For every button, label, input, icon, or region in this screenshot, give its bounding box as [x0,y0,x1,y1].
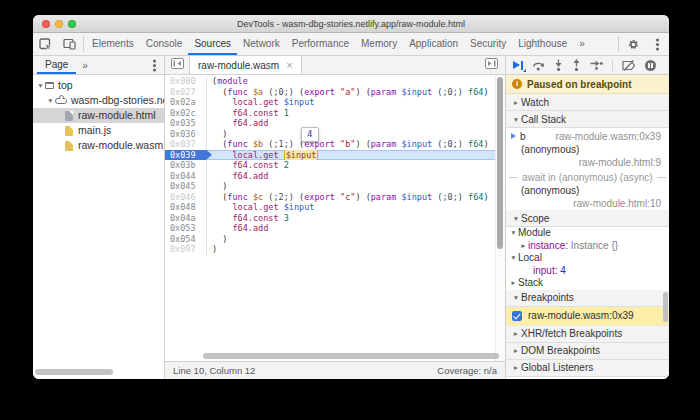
minimize-window-button[interactable] [55,20,63,28]
expand-arrow-icon[interactable]: ▸ [509,277,518,290]
code-text[interactable]: local.get $input [207,97,505,108]
code-text[interactable]: (func $b (;1;) (export "b") (param $inpu… [207,139,505,150]
tab-elements[interactable]: Elements [86,33,140,55]
expand-arrow-icon[interactable]: ▸ [519,240,528,253]
tab-performance[interactable]: Performance [286,33,355,55]
more-tabs-chevron[interactable]: » [573,33,591,55]
section-watch[interactable]: ▸Watch [506,94,669,111]
gutter-address[interactable]: 0x039 [165,150,207,161]
expand-arrow-icon[interactable]: ▾ [509,227,518,240]
toggle-navigator-icon[interactable] [169,56,185,70]
editor-horizontal-scrollbar[interactable] [203,353,499,359]
tab-console[interactable]: Console [140,33,189,55]
editor-vertical-scrollbar[interactable] [495,75,505,361]
stack-frame[interactable]: braw-module.wasm:0x39 [506,128,669,144]
expand-arrow-icon[interactable]: ▾ [509,252,518,265]
window-titlebar[interactable]: DevTools - wasm-dbg-stories.netlify.app/… [33,15,669,33]
code-text[interactable]: (func $c (;2;) (export "c") (param $inpu… [207,192,505,203]
section-scope[interactable]: ▾Scope [506,210,669,227]
code-text[interactable]: ) [207,234,505,245]
frame-location-link[interactable]: raw-module.wasm:0x39 [555,131,661,142]
gutter-address[interactable]: 0x045 [165,181,207,192]
step-out-icon[interactable] [572,59,581,71]
toggle-debugger-sidebar-icon[interactable] [483,56,499,70]
gutter-address[interactable]: 0x048 [165,202,207,213]
navigator-horizontal-scrollbar[interactable] [35,369,113,375]
code-text[interactable]: ) [207,181,505,192]
section-call-stack[interactable]: ▾Call Stack [506,111,669,128]
code-text[interactable]: ) [207,244,505,255]
section-dom-breakpoints[interactable]: ▸DOM Breakpoints [506,343,669,360]
section-xhr-fetch-breakpoints[interactable]: ▸XHR/fetch Breakpoints [506,326,669,343]
tree-item-raw-module.html[interactable]: raw-module.html [33,108,164,123]
scrollbar-thumb[interactable] [497,77,503,249]
code-text[interactable]: (module [207,76,505,87]
frame-location-link[interactable]: raw-module.html:9 [506,157,669,170]
gutter-address[interactable]: 0x04a [165,213,207,224]
gutter-address[interactable]: 0x097 [165,244,207,255]
scope-entry-local[interactable]: ▾Local [506,252,669,265]
stack-frame[interactable]: (anonymous)raw-module.html:9 [506,144,669,169]
device-toolbar-icon[interactable] [57,33,81,55]
pause-on-exceptions-icon[interactable] [645,60,656,71]
scope-entry-instance[interactable]: ▸instance: Instance {} [506,240,669,253]
close-window-button[interactable] [42,20,50,28]
sidebar-scrollbar[interactable] [663,292,668,322]
gutter-address[interactable]: 0x036 [165,129,207,140]
gutter-address[interactable]: 0x044 [165,171,207,182]
tab-raw-module-wasm[interactable]: raw-module.wasm × [189,56,302,74]
code-text[interactable]: f64.const 2 [207,160,505,171]
scope-entry-input[interactable]: input: 4 [506,265,669,278]
gutter-address[interactable]: 0x02c [165,108,207,119]
navigator-menu-icon[interactable] [145,56,164,74]
gutter-address[interactable]: 0x02a [165,97,207,108]
gutter-address[interactable]: 0x037 [165,139,207,150]
code-text[interactable]: f64.add [207,223,505,234]
tab-security[interactable]: Security [464,33,512,55]
breakpoint-checkbox[interactable] [512,311,522,321]
devtools-menu-icon[interactable] [645,33,669,55]
code-text[interactable]: (func $a (;0;) (export "a") (param $inpu… [207,87,505,98]
gutter-address[interactable]: 0x053 [165,223,207,234]
frame-location-link[interactable]: raw-module.html:10 [506,198,669,211]
section-breakpoints[interactable]: ▾Breakpoints [506,290,669,307]
gutter-address[interactable]: 0x027 [165,87,207,98]
section-global-listeners[interactable]: ▸Global Listeners [506,360,669,377]
step-into-icon[interactable] [554,59,563,71]
evaluated-variable[interactable]: $input [284,150,319,161]
step-icon[interactable] [590,60,603,70]
gutter-address[interactable]: 0x03b [165,160,207,171]
tree-item-wasm-dbg-stories.netlify.app[interactable]: ▾wasm-dbg-stories.netlify.app [33,93,164,108]
expand-arrow-icon[interactable]: ▾ [46,93,55,108]
code-text[interactable]: f64.const 1 [207,108,505,119]
deactivate-breakpoints-icon[interactable] [622,60,636,71]
zoom-window-button[interactable] [68,20,76,28]
gutter-address[interactable]: 0x035 [165,118,207,129]
inspect-element-icon[interactable] [33,33,57,55]
tab-page[interactable]: Page [37,56,76,74]
code-text[interactable]: f64.const 3 [207,213,505,224]
tab-network[interactable]: Network [237,33,286,55]
gutter-address[interactable]: 0x000 [165,76,207,87]
tab-memory[interactable]: Memory [355,33,403,55]
tab-application[interactable]: Application [403,33,464,55]
stack-frame[interactable]: (anonymous)raw-module.html:10 [506,185,669,210]
tree-item-main.js[interactable]: main.js [33,123,164,138]
tab-lighthouse[interactable]: Lighthouse [512,33,573,55]
breakpoint-entry[interactable]: raw-module.wasm:0x39 [506,307,669,326]
expand-arrow-icon[interactable]: ▾ [36,78,45,93]
scope-entry-stack[interactable]: ▸Stack [506,277,669,290]
resume-script-icon[interactable] [513,61,523,70]
gutter-address[interactable]: 0x046 [165,192,207,203]
close-tab-icon[interactable]: × [286,59,292,71]
code-text[interactable]: f64.add [207,171,505,182]
tree-item-top[interactable]: ▾top [33,78,164,93]
breakpoint-badge[interactable]: 0x039 [165,150,212,161]
code-text[interactable]: ) [207,129,505,140]
code-text[interactable]: f64.add [207,118,505,129]
gutter-address[interactable]: 0x054 [165,234,207,245]
code-text[interactable]: local.get $input [207,150,505,161]
step-over-icon[interactable] [532,60,545,71]
settings-gear-icon[interactable] [621,33,645,55]
code-text[interactable]: local.get $input [207,202,505,213]
